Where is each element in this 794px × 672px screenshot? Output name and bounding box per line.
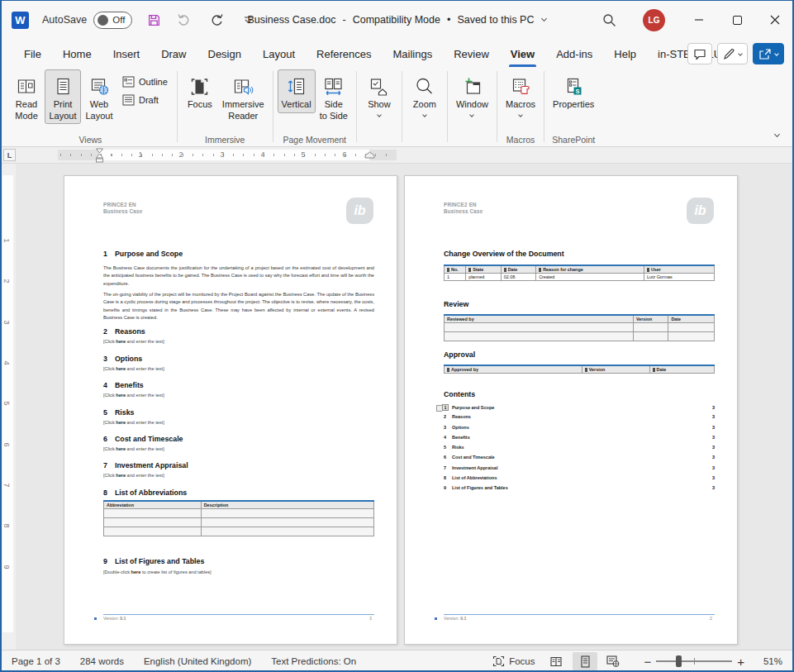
placeholder-investment: [Click here and enter the text] bbox=[103, 473, 164, 478]
here-link[interactable]: here bbox=[116, 366, 126, 371]
here-link[interactable]: here bbox=[116, 420, 126, 425]
language-indicator[interactable]: English (United Kingdom) bbox=[134, 656, 261, 666]
tab-help[interactable]: Help bbox=[603, 42, 647, 67]
close-button[interactable] bbox=[756, 1, 794, 39]
tab-references[interactable]: References bbox=[306, 42, 382, 67]
vertical-ruler[interactable]: 1 2 3 4 5 6 7 8 9 bbox=[0, 164, 16, 650]
table-row[interactable] bbox=[445, 332, 715, 341]
tab-draw[interactable]: Draw bbox=[150, 42, 197, 67]
title-dropdown-chevron-icon[interactable] bbox=[541, 16, 547, 21]
col-header-state: State bbox=[466, 265, 502, 274]
group-separator bbox=[497, 71, 497, 142]
ribbon: Read Mode Print Layout Web Layout bbox=[0, 67, 794, 147]
vertical-button[interactable]: Vertical bbox=[278, 69, 316, 113]
toc-entry[interactable]: 7Investment Appraisal3 bbox=[444, 465, 715, 475]
macros-button[interactable]: Macros bbox=[502, 69, 540, 119]
zoom-percentage[interactable]: 51% bbox=[749, 656, 786, 666]
ribbon-group-show: Show bbox=[358, 67, 401, 146]
user-avatar[interactable]: LG bbox=[643, 9, 665, 31]
print-layout-button[interactable]: Print Layout bbox=[45, 69, 81, 124]
horizontal-ruler[interactable]: 1 2 3 4 5 6 bbox=[58, 150, 397, 160]
table-row[interactable]: 1 planned 02.08. Created Lutz Gormas bbox=[445, 274, 715, 281]
tab-insert[interactable]: Insert bbox=[102, 42, 151, 67]
zoom-dropdown-button[interactable]: Zoom bbox=[407, 69, 443, 119]
autosave-toggle[interactable]: Off bbox=[93, 12, 132, 29]
text-predictions-indicator[interactable]: Text Predictions: On bbox=[261, 656, 366, 666]
editing-mode-button[interactable] bbox=[717, 43, 748, 64]
col-header-reviewed-by: Reviewed by bbox=[445, 315, 634, 323]
word-app-icon[interactable]: W bbox=[12, 12, 29, 29]
print-layout-view-button[interactable] bbox=[573, 652, 597, 670]
properties-button[interactable]: S Properties bbox=[549, 69, 598, 113]
toc-entry[interactable]: 2Reasons3 bbox=[444, 414, 715, 424]
statusbar-right: Focus − + 51% bbox=[484, 651, 786, 672]
here-link[interactable]: here bbox=[131, 570, 141, 574]
table-row[interactable] bbox=[445, 323, 715, 332]
page-indicator[interactable]: Page 1 of 3 bbox=[0, 656, 70, 666]
toc-entry[interactable]: 8List of Abbreviations3 bbox=[444, 475, 715, 485]
tab-home[interactable]: Home bbox=[52, 42, 102, 67]
redo-button[interactable] bbox=[207, 10, 226, 30]
minimize-button[interactable] bbox=[680, 1, 718, 39]
comments-button[interactable] bbox=[687, 43, 712, 64]
zoom-control: − + bbox=[639, 655, 749, 669]
word-count[interactable]: 284 words bbox=[70, 656, 134, 666]
page-2[interactable]: PRINCE2 EN Business Case ib Change Overv… bbox=[404, 175, 738, 645]
tab-layout[interactable]: Layout bbox=[252, 42, 306, 67]
save-button[interactable] bbox=[144, 10, 164, 30]
read-mode-button[interactable]: Read Mode bbox=[8, 69, 45, 124]
outline-button[interactable]: Outline bbox=[119, 74, 171, 89]
tab-mailings[interactable]: Mailings bbox=[383, 42, 444, 67]
side-to-side-button[interactable]: Side to Side bbox=[316, 69, 352, 124]
show-dropdown-button[interactable]: Show bbox=[361, 69, 397, 119]
tab-design[interactable]: Design bbox=[197, 42, 252, 67]
tab-review[interactable]: Review bbox=[443, 42, 500, 67]
here-link[interactable]: here bbox=[116, 446, 126, 451]
toc-entry[interactable]: 1Purpose and Scope3 bbox=[444, 404, 715, 414]
toc-entry[interactable]: 6Cost and Timescale3 bbox=[444, 455, 715, 465]
title-separator: - bbox=[343, 14, 346, 26]
toc-entry[interactable]: 4Benefits3 bbox=[444, 435, 715, 445]
web-layout-view-button[interactable] bbox=[601, 652, 625, 670]
zoom-out-button[interactable]: − bbox=[639, 655, 656, 669]
ribbon-collapse-button[interactable] bbox=[775, 125, 779, 140]
indent-marker-right[interactable] bbox=[364, 151, 375, 159]
tab-file[interactable]: File bbox=[13, 42, 52, 67]
tab-add-ins[interactable]: Add-ins bbox=[545, 42, 603, 67]
toc-entry[interactable]: 9List of Figures and Tables3 bbox=[444, 485, 715, 495]
tab-view[interactable]: View bbox=[500, 42, 545, 67]
focus-button[interactable]: Focus bbox=[182, 69, 218, 113]
table-row[interactable] bbox=[104, 527, 374, 536]
side-to-side-icon bbox=[322, 74, 345, 99]
maximize-button[interactable] bbox=[718, 1, 756, 39]
here-link[interactable]: here bbox=[116, 339, 126, 344]
abbreviations-table: Abbreviation Description bbox=[103, 500, 374, 536]
web-layout-button[interactable]: Web Layout bbox=[81, 69, 117, 124]
change-overview-table: No. State Date Reason for change User 1 … bbox=[444, 265, 715, 281]
window-dropdown-button[interactable]: Window bbox=[452, 69, 492, 119]
table-row[interactable] bbox=[104, 509, 374, 518]
zoom-slider[interactable] bbox=[656, 660, 732, 662]
table-row[interactable] bbox=[104, 518, 374, 527]
search-button[interactable] bbox=[597, 7, 621, 32]
here-link[interactable]: here bbox=[116, 473, 126, 478]
page-1[interactable]: PRINCE2 EN Business Case ib 1Purpose and… bbox=[64, 175, 397, 645]
toc-entry[interactable]: 3Options3 bbox=[444, 425, 715, 435]
toc-entry[interactable]: 5Risks3 bbox=[444, 445, 715, 455]
share-button[interactable] bbox=[753, 43, 784, 64]
focus-mode-button[interactable]: Focus bbox=[484, 655, 543, 667]
immersive-reader-button[interactable]: Immersive Reader bbox=[218, 69, 269, 124]
customize-qat-button[interactable] bbox=[238, 10, 258, 30]
indent-marker-left[interactable] bbox=[95, 148, 104, 163]
zoom-in-button[interactable]: + bbox=[732, 655, 749, 669]
ribbon-group-macros: Macros Macros bbox=[498, 67, 543, 146]
undo-button[interactable] bbox=[175, 10, 195, 30]
zoom-slider-knob[interactable] bbox=[676, 655, 682, 667]
table-of-contents[interactable]: 1Purpose and Scope3 2Reasons3 3Options3 … bbox=[444, 404, 715, 496]
draft-button[interactable]: Draft bbox=[119, 93, 171, 107]
tab-stop-selector[interactable]: L bbox=[3, 149, 16, 161]
heading-list-of-abbreviations: 8List of Abbreviations bbox=[103, 489, 187, 497]
here-link[interactable]: here bbox=[116, 393, 126, 398]
paragraph-purpose-1: The Business Case documents the justific… bbox=[103, 265, 374, 288]
read-mode-view-button[interactable] bbox=[544, 652, 569, 670]
